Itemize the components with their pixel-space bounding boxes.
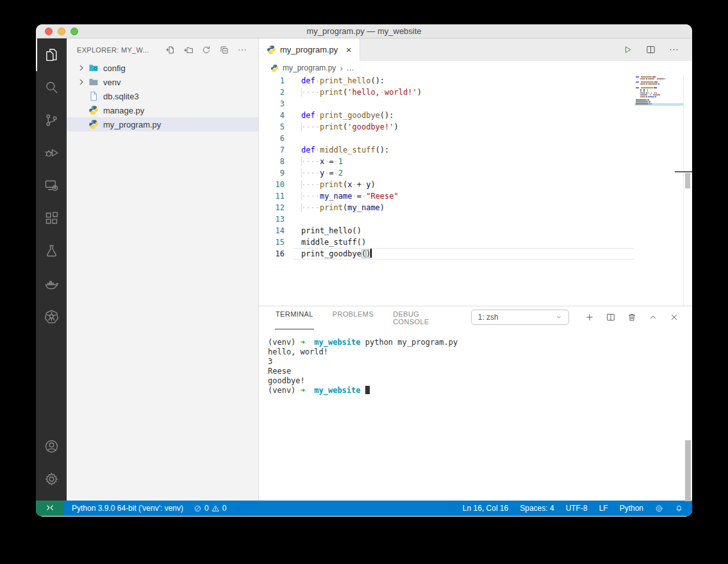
activity-bar-item-extensions[interactable] [36,202,67,235]
testing-icon [44,243,60,259]
minimize-window-button[interactable] [58,28,65,35]
status-right: Ln 16, Col 16Spaces: 4UTF-8LFPython [459,501,692,516]
zoom-window-button[interactable] [70,28,78,35]
line-number: 8 [259,156,301,167]
more-actions-button[interactable] [666,43,681,57]
split-terminal-button[interactable] [604,311,617,324]
panel-tab-terminal[interactable]: TERMINAL [275,305,314,329]
code-line-5[interactable]: 5 ····print('goodbye!') [259,121,692,133]
collapse-all-button[interactable] [217,43,231,57]
close-panel-button[interactable] [668,311,681,324]
kill-terminal-icon [627,312,637,322]
code-editor[interactable]: 1 def·print_hello(): 2 ····print('hello,… [259,75,692,306]
breadcrumb[interactable]: my_program.py › … [259,61,692,75]
code-line-12[interactable]: 12 ····print(my_name) [259,202,692,213]
activity-bar-item-docker[interactable] [36,267,67,300]
close-window-button[interactable] [45,28,53,35]
kill-terminal-button[interactable] [625,311,638,324]
tree-item-manage-py[interactable]: manage.py [67,103,258,117]
terminal-shell-select[interactable]: 1: zsh [471,310,569,325]
activity-bar-item-kubernetes[interactable] [36,300,67,333]
panel-tab-debug-console[interactable]: DEBUG CONSOLE [392,305,453,329]
tab-my-program[interactable]: my_program.py × [259,38,360,61]
tree-item-label: venv [103,78,120,87]
tree-item-label: config [103,63,126,73]
terminal-scrollbar[interactable] [685,440,691,501]
code-line-14[interactable]: 14 print_hello() [259,225,692,236]
editor-group: my_program.py × my_program.py › … 1 def·… [258,38,692,501]
code-line-9[interactable]: 9 ····y·=·2 [259,167,692,179]
tree-item-config[interactable]: config [67,61,258,75]
new-terminal-button[interactable] [583,311,596,324]
search-icon [44,79,60,95]
python-interpreter-status[interactable]: Python 3.9.0 64-bit ('venv': venv) [68,501,187,516]
split-editor-button[interactable] [643,43,658,57]
activity-bar-item-testing[interactable] [36,235,67,267]
remote-indicator[interactable] [36,501,64,516]
new-folder-button[interactable] [181,43,195,57]
minimap[interactable] [636,76,683,105]
new-file-button[interactable] [163,43,178,57]
activity-bar-item-settings[interactable] [36,463,67,495]
terminal-output[interactable]: (venv) ➜ my_website python my_program.py… [259,328,692,395]
editor-toolbar [620,38,692,61]
line-number: 12 [259,202,301,213]
panel-tabs: TERMINALPROBLEMSDEBUG CONSOLE [275,305,471,329]
account-icon [44,438,60,454]
code-line-15[interactable]: 15 middle_stuff() [259,236,692,248]
tree-item-my-program-py[interactable]: my_program.py [67,117,258,131]
line-number: 7 [259,144,301,156]
code-line-11[interactable]: 11 ····my_name·=·"Reese" [259,190,692,202]
activity-bar-item-remote-explorer[interactable] [36,169,67,202]
close-panel-icon [669,312,679,322]
status-item-spaces-4[interactable]: Spaces: 4 [516,501,558,516]
status-item-ln-16-col-16[interactable]: Ln 16, Col 16 [459,501,512,516]
status-item-lf[interactable]: LF [595,501,612,516]
run-python-button[interactable] [620,43,634,57]
code-line-10[interactable]: 10 ····print(x·+·y) [259,179,692,190]
overview-ruler [683,75,692,306]
activity-bar-item-account[interactable] [36,430,67,463]
status-item-python[interactable]: Python [616,501,647,516]
problems-status[interactable]: 0 0 [190,501,230,516]
status-left: Python 3.9.0 64-bit ('venv': venv) 0 0 [68,501,230,516]
activity-bar-item-explorer[interactable] [36,38,67,71]
code-line-2[interactable]: 2 ····print('hello,·world!') [259,87,692,98]
status-item-utf-8[interactable]: UTF-8 [562,501,592,516]
more-button[interactable] [235,43,249,57]
title-bar[interactable]: my_program.py — my_website [36,24,692,38]
line-number: 10 [259,179,301,190]
extensions-icon [44,210,60,226]
files-icon [44,47,60,63]
activity-bar [36,38,67,501]
activity-bar-item-search[interactable] [36,71,67,104]
notifications-button[interactable] [671,501,687,516]
kubernetes-icon [44,308,60,324]
panel-tab-problems[interactable]: PROBLEMS [332,305,374,329]
code-line-3[interactable]: 3 [259,98,692,110]
warning-count: 0 [222,504,227,513]
code-line-6[interactable]: 6 [259,133,692,144]
panel-header: TERMINALPROBLEMSDEBUG CONSOLE 1: zsh [259,306,692,328]
refresh-button[interactable] [199,43,213,57]
maximize-panel-button[interactable] [647,311,659,324]
tree-item-db-sqlite3[interactable]: db.sqlite3 [67,89,258,103]
line-number: 2 [259,87,301,98]
tab-close-icon[interactable]: × [344,44,353,56]
code-line-1[interactable]: 1 def·print_hello(): [259,75,692,87]
code-line-7[interactable]: 7 def·middle_stuff(): [259,144,692,156]
feedback-button[interactable] [651,501,667,516]
code-line-13[interactable]: 13 [259,213,692,225]
activity-bar-item-source-control[interactable] [36,104,67,137]
tree-item-venv[interactable]: venv [67,75,258,89]
code-line-8[interactable]: 8 ····x·=·1 [259,156,692,167]
editor-scrollbar[interactable] [685,173,690,188]
remote-explorer-icon [44,178,60,194]
line-number: 9 [259,167,301,179]
code-line-16[interactable]: 16 print_goodbye() [259,248,692,260]
chevron-down-icon [554,313,563,322]
activity-bar-item-run-debug[interactable] [36,137,67,169]
new-terminal-icon [584,312,595,322]
code-line-4[interactable]: 4 def·print_goodbye(): [259,110,692,121]
explorer-header: EXPLORER: MY_W... [67,38,258,61]
